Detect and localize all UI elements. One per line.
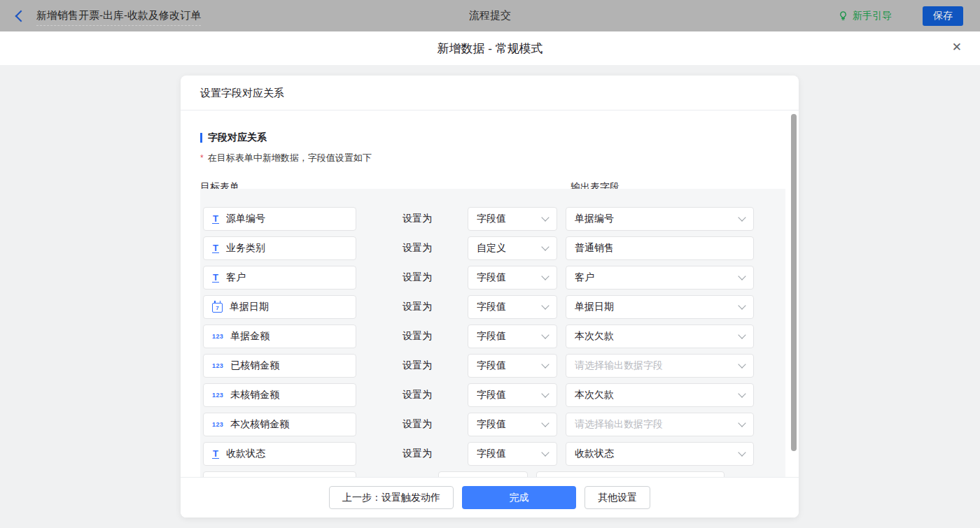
target-field-label: 已核销金额 (230, 359, 279, 372)
chevron-down-icon (738, 301, 746, 309)
value-type-select[interactable]: 字段值 (468, 383, 557, 407)
section-note-text: 在目标表单中新增数据，字段值设置如下 (208, 152, 372, 163)
output-field-select[interactable]: 单据编号 (566, 207, 754, 231)
beginner-guide-link[interactable]: 新手引导 (838, 10, 892, 22)
panel-header: 设置字段对应关系 (181, 76, 799, 110)
value-type-text: 字段值 (477, 301, 506, 313)
output-field-select[interactable]: 客户 (566, 266, 754, 290)
text-field-icon: T (212, 214, 219, 224)
output-field-text: 本次欠款 (575, 389, 614, 401)
target-field[interactable]: 123已核销金额 (203, 354, 356, 378)
chevron-down-icon (738, 272, 746, 280)
value-type-select[interactable]: 字段值 (468, 354, 557, 378)
target-field[interactable]: T业务类别 (203, 236, 356, 260)
mapping-row: 123单据金额设置为字段值本次欠款 (200, 324, 785, 348)
other-settings-button[interactable]: 其他设置 (584, 486, 650, 509)
value-type-select[interactable]: 字段值 (468, 295, 557, 319)
value-type-text: 字段值 (477, 448, 506, 460)
target-field[interactable]: T客户 (203, 266, 356, 290)
number-field-icon: 123 (212, 392, 223, 399)
value-type-select[interactable]: 字段值 (468, 413, 557, 436)
chevron-down-icon (738, 360, 746, 368)
output-field-select[interactable]: 单据日期 (566, 295, 754, 319)
target-field-label: 源单编号 (226, 213, 265, 225)
set-as-label: 设置为 (402, 271, 432, 284)
target-field-label: 单据金额 (230, 330, 270, 343)
chevron-down-icon (541, 272, 549, 280)
text-field-icon: T (212, 273, 219, 283)
number-field-icon: 123 (212, 421, 223, 428)
set-as-label: 设置为 (402, 448, 432, 460)
chevron-down-icon (541, 360, 549, 368)
modal-header: 新增数据 - 常规模式 ✕ (0, 31, 980, 65)
output-field-text: 收款状态 (575, 448, 614, 460)
output-field-select[interactable]: 请选择输出数据字段 (566, 354, 754, 378)
mapping-list: T源单编号设置为字段值单据编号T业务类别设置为自定义普通销售T客户设置为字段值客… (200, 189, 785, 478)
top-bar: 新增销售开票-出库-收款及修改订单 流程提交 新手引导 保存 (0, 0, 980, 31)
target-field-label: 本次核销金额 (230, 418, 289, 431)
chevron-down-icon (738, 419, 746, 427)
close-icon[interactable]: ✕ (952, 41, 962, 53)
set-as-label: 设置为 (402, 389, 432, 401)
value-type-select[interactable]: 字段值 (468, 442, 557, 466)
mapping-row: 123本次核销金额设置为字段值请选择输出数据字段 (200, 413, 785, 436)
save-button[interactable]: 保存 (923, 6, 963, 26)
target-field[interactable]: T源单编号 (203, 207, 356, 231)
value-type-text: 字段值 (477, 213, 506, 225)
section-title: 字段对应关系 (208, 131, 267, 144)
value-type-text: 字段值 (477, 418, 506, 431)
target-field[interactable]: 123本次核销金额 (203, 413, 356, 436)
value-type-text: 字段值 (477, 271, 506, 284)
chevron-down-icon (738, 331, 746, 338)
mapping-row: T源单编号设置为字段值单据编号 (200, 207, 785, 231)
nav-process-submit[interactable]: 流程提交 (0, 9, 980, 22)
target-field[interactable]: 123未核销金额 (203, 383, 356, 407)
mapping-row: 7单据日期设置为字段值单据日期 (200, 295, 785, 319)
output-field-select[interactable]: 本次欠款 (566, 324, 754, 348)
chevron-down-icon (541, 331, 549, 338)
scrollbar-thumb[interactable] (791, 114, 797, 451)
mapping-row: 123已核销金额设置为字段值请选择输出数据字段 (200, 354, 785, 378)
value-type-text: 字段值 (477, 359, 506, 372)
chevron-down-icon (541, 213, 549, 221)
section-title-row: 字段对应关系 (200, 131, 779, 144)
text-field-icon: T (212, 449, 219, 459)
target-field[interactable]: 7单据日期 (203, 295, 356, 319)
section-accent-bar (200, 133, 202, 143)
value-type-text: 自定义 (477, 242, 506, 255)
section-note: *在目标表单中新增数据，字段值设置如下 (200, 152, 779, 164)
set-as-label: 设置为 (402, 213, 432, 225)
value-type-select[interactable]: 字段值 (468, 324, 557, 348)
output-field-select[interactable]: 收款状态 (566, 442, 754, 466)
output-field-text: 本次欠款 (575, 330, 614, 343)
target-field[interactable]: 123单据金额 (203, 324, 356, 348)
number-field-icon: 123 (212, 333, 223, 340)
prev-step-button[interactable]: 上一步：设置触发动作 (329, 486, 454, 509)
target-field[interactable]: T收款状态 (203, 442, 356, 466)
set-as-label: 设置为 (402, 330, 432, 343)
value-type-text: 字段值 (477, 330, 506, 343)
chevron-down-icon (541, 419, 549, 427)
output-field-select[interactable]: 本次欠款 (566, 383, 754, 407)
guide-label: 新手引导 (853, 10, 892, 22)
output-field-select[interactable]: 请选择输出数据字段 (566, 413, 754, 436)
chevron-down-icon (541, 243, 549, 250)
chevron-down-icon (541, 390, 549, 397)
value-type-select[interactable]: 字段值 (468, 266, 557, 290)
target-field-label: 业务类别 (226, 242, 265, 255)
output-value-text: 普通销售 (575, 242, 614, 255)
target-field-label: 单据日期 (230, 301, 269, 313)
modal-title: 新增数据 - 常规模式 (437, 41, 542, 57)
mapping-row: T收款状态设置为字段值收款状态 (200, 442, 785, 466)
output-value-input[interactable]: 普通销售 (566, 236, 754, 260)
mapping-row: 123未核销金额设置为字段值本次欠款 (200, 383, 785, 407)
target-field-label: 收款状态 (226, 448, 265, 460)
value-type-select[interactable]: 字段值 (468, 207, 557, 231)
done-button[interactable]: 完成 (462, 486, 576, 509)
set-as-label: 设置为 (402, 242, 432, 255)
set-as-label: 设置为 (402, 418, 432, 431)
required-mark: * (200, 153, 204, 163)
value-type-select[interactable]: 自定义 (468, 236, 557, 260)
chevron-down-icon (738, 448, 746, 456)
text-field-icon: T (212, 243, 219, 253)
